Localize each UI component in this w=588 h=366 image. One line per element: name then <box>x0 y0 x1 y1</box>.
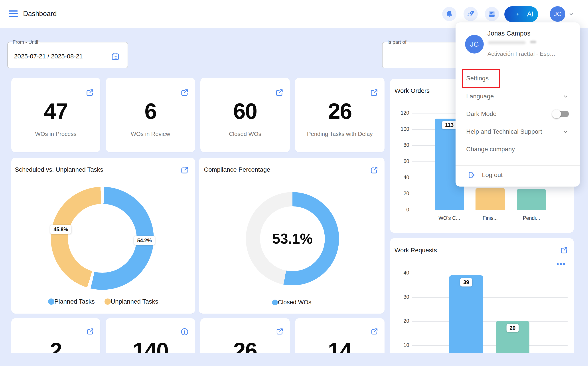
kpi-value: 14 <box>295 339 384 353</box>
kpi-card-wos-in-process: 47 WOs in Process <box>11 78 100 152</box>
date-range-value: 2025-07-21 / 2025-08-21 <box>14 53 83 60</box>
gridline <box>412 273 568 273</box>
y-axis-tick-label: 120 <box>390 110 409 116</box>
open-external-icon[interactable] <box>370 327 379 336</box>
bar-2 <box>517 189 546 210</box>
menu-avatar: JC <box>465 35 484 53</box>
open-external-icon[interactable] <box>370 88 379 97</box>
sparkle-icon: ✦ <box>516 12 519 17</box>
menu-item-label: Change company <box>466 146 515 153</box>
legend-label: Unplanned Tasks <box>111 298 158 305</box>
redacted-text <box>530 41 536 43</box>
open-external-icon[interactable] <box>85 88 94 97</box>
chevron-down-icon <box>562 129 569 135</box>
y-axis-tick-label: 30 <box>390 294 409 300</box>
date-range-label: From - Until <box>10 39 40 45</box>
user-name: Jonas Campos <box>487 30 530 37</box>
redacted-text <box>488 41 526 44</box>
open-external-icon[interactable] <box>276 327 284 336</box>
work-requests-card: Work Requests 102030403920 <box>390 238 574 353</box>
open-external-icon[interactable] <box>275 88 284 97</box>
kpi-value: 26 <box>295 100 384 122</box>
chart-title: Scheduled vs. Unplanned Tasks <box>15 166 103 173</box>
bell-icon <box>445 10 454 18</box>
bottom-card-3: 26 <box>200 318 290 353</box>
legend-dot <box>272 300 278 305</box>
kpi-value: 140 <box>106 339 195 353</box>
donut-hole <box>68 204 137 273</box>
dashboard-page: From - Until 2025-07-21 / 2025-08-21 Is … <box>0 0 588 366</box>
chevron-down-icon <box>562 93 569 99</box>
dark-mode-toggle[interactable] <box>554 111 569 117</box>
y-axis-tick-label: 60 <box>390 158 409 164</box>
kpi-label: WOs in Process <box>11 130 100 137</box>
slice-label-planned: 54.2% <box>134 236 155 245</box>
bottom-card-1: 2 <box>11 318 100 353</box>
menu-item-change-company[interactable]: Change company <box>456 140 580 158</box>
gauge-value: 53.1% <box>272 230 312 247</box>
kpi-label: WOs in Review <box>106 130 195 137</box>
settings-highlight-box <box>462 69 500 88</box>
kpi-value: 26 <box>200 339 290 353</box>
open-external-icon[interactable] <box>180 88 189 97</box>
bar-value-label: 113 <box>442 121 457 129</box>
legend-dot <box>48 298 54 305</box>
bar-value-label: 39 <box>460 278 472 287</box>
kpi-label: Pending Tasks with Delay <box>295 130 384 137</box>
legend-item-unplanned[interactable]: Unplanned Tasks <box>104 298 158 305</box>
gridline <box>412 345 568 346</box>
y-axis-tick-label: 80 <box>390 142 409 148</box>
user-avatar[interactable]: JC <box>550 6 565 22</box>
notifications-bell-icon[interactable] <box>442 7 456 21</box>
logout-icon <box>468 171 476 179</box>
chart-title: Compliance Percentage <box>204 166 270 173</box>
legend-item-closed-wos[interactable]: Closed WOs <box>272 299 312 306</box>
kpi-card-pending-tasks: 26 Pending Tasks with Delay <box>295 78 384 152</box>
kpi-value: 2 <box>11 339 100 353</box>
info-icon[interactable] <box>180 327 189 336</box>
kpi-value: 47 <box>11 100 100 122</box>
ai-button-label: AI <box>527 10 534 18</box>
kpi-card-closed-wos: 60 Closed WOs <box>200 78 290 152</box>
scheduled-vs-unplanned-card: Scheduled vs. Unplanned Tasks 45.8% 54.2… <box>11 158 195 313</box>
whats-new-rocket-icon[interactable] <box>463 7 478 21</box>
slice-label-unplanned: 45.8% <box>50 225 71 234</box>
menu-item-logout[interactable]: Log out <box>482 171 503 179</box>
bottom-card-2: 140 <box>106 318 195 353</box>
kpi-value: 60 <box>200 100 290 122</box>
y-axis-tick-label: 20 <box>390 318 409 324</box>
date-range-field[interactable]: From - Until 2025-07-21 / 2025-08-21 <box>7 39 128 68</box>
work-requests-chart: 102030403920 <box>390 238 574 353</box>
is-part-of-label: Is part of <box>385 39 409 45</box>
gauge-hole: 53.1% <box>260 206 325 271</box>
kpi-value: 6 <box>106 100 195 122</box>
ai-assistant-button[interactable]: ✦ AI <box>504 6 538 22</box>
x-axis-category-label: Finis... <box>483 215 498 221</box>
bar-1 <box>476 188 505 210</box>
bar-0 <box>449 275 483 353</box>
rocket-icon <box>466 10 475 18</box>
chevron-down-icon[interactable] <box>568 11 575 17</box>
menu-item-language[interactable]: Language <box>456 87 580 105</box>
open-external-icon[interactable] <box>370 166 379 175</box>
y-axis-tick-label: 0 <box>390 207 409 213</box>
release-notes-icon[interactable] <box>485 7 499 21</box>
toggle-knob <box>552 109 561 118</box>
legend-label: Planned Tasks <box>54 298 95 305</box>
y-axis-tick-label: 40 <box>390 270 409 276</box>
kpi-label: Closed WOs <box>200 130 290 137</box>
calendar-icon[interactable] <box>111 52 120 61</box>
open-external-icon[interactable] <box>180 166 189 175</box>
menu-item-dark-mode[interactable]: Dark Mode <box>456 105 580 123</box>
header-divider <box>546 7 546 21</box>
compliance-percentage-card: Compliance Percentage 53.1% Closed WOs <box>199 158 384 313</box>
x-axis-category-label: Pendi... <box>523 215 540 221</box>
page-title: Dashboard <box>23 10 57 18</box>
x-axis-category-label: WO's C... <box>438 215 460 221</box>
gridline <box>412 321 568 322</box>
open-external-icon[interactable] <box>86 327 94 336</box>
menu-icon[interactable] <box>9 10 18 18</box>
legend-item-planned[interactable]: Planned Tasks <box>48 298 95 305</box>
legend-dot <box>104 298 111 305</box>
menu-item-help-support[interactable]: Help and Technical Support <box>456 123 580 141</box>
